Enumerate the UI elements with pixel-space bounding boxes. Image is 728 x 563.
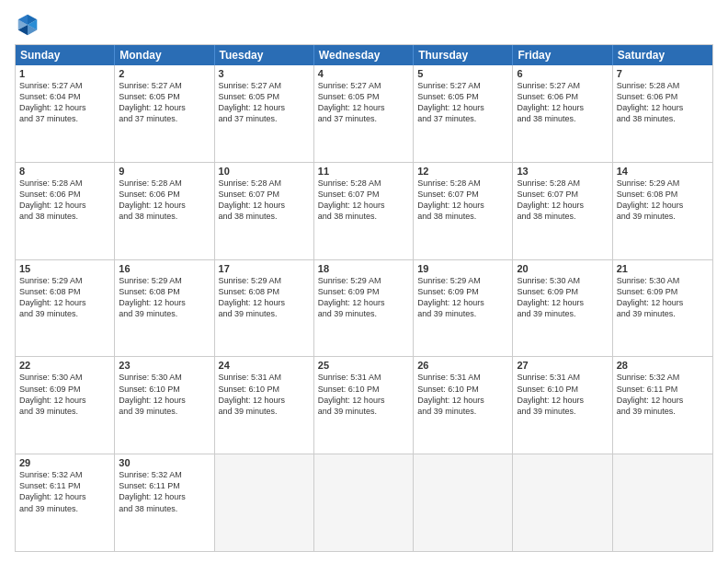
- day-number: 19: [417, 263, 508, 274]
- day-info: Sunrise: 5:28 AMSunset: 6:07 PMDaylight:…: [517, 178, 608, 223]
- day-number: 15: [19, 263, 110, 274]
- calendar-cell-day-30: 30Sunrise: 5:32 AMSunset: 6:11 PMDayligh…: [115, 454, 214, 551]
- day-info: Sunrise: 5:32 AMSunset: 6:11 PMDaylight:…: [19, 469, 110, 514]
- calendar-body: 1Sunrise: 5:27 AMSunset: 6:04 PMDaylight…: [16, 65, 712, 551]
- day-info: Sunrise: 5:31 AMSunset: 6:10 PMDaylight:…: [517, 372, 608, 417]
- day-number: 28: [617, 360, 709, 371]
- day-number: 25: [318, 360, 409, 371]
- calendar-cell-day-5: 5Sunrise: 5:27 AMSunset: 6:05 PMDaylight…: [414, 65, 513, 162]
- calendar-cell-day-20: 20Sunrise: 5:30 AMSunset: 6:09 PMDayligh…: [513, 260, 612, 357]
- day-number: 26: [417, 360, 508, 371]
- calendar-cell-day-2: 2Sunrise: 5:27 AMSunset: 6:05 PMDaylight…: [115, 65, 214, 162]
- calendar-cell-day-17: 17Sunrise: 5:29 AMSunset: 6:08 PMDayligh…: [215, 260, 314, 357]
- day-number: 13: [517, 166, 608, 177]
- weekday-header-wednesday: Wednesday: [314, 45, 414, 65]
- day-number: 27: [517, 360, 608, 371]
- weekday-header-saturday: Saturday: [613, 45, 712, 65]
- day-info: Sunrise: 5:28 AMSunset: 6:07 PMDaylight:…: [417, 178, 508, 223]
- calendar-cell-day-23: 23Sunrise: 5:30 AMSunset: 6:10 PMDayligh…: [115, 357, 214, 454]
- calendar-header: SundayMondayTuesdayWednesdayThursdayFrid…: [16, 45, 712, 65]
- calendar-row-5: 29Sunrise: 5:32 AMSunset: 6:11 PMDayligh…: [16, 454, 712, 551]
- day-info: Sunrise: 5:30 AMSunset: 6:10 PMDaylight:…: [119, 372, 210, 417]
- calendar-cell-day-16: 16Sunrise: 5:29 AMSunset: 6:08 PMDayligh…: [115, 260, 214, 357]
- day-number: 23: [119, 360, 210, 371]
- day-number: 9: [119, 166, 210, 177]
- day-info: Sunrise: 5:27 AMSunset: 6:05 PMDaylight:…: [318, 80, 409, 125]
- day-info: Sunrise: 5:28 AMSunset: 6:06 PMDaylight:…: [19, 178, 110, 223]
- calendar-cell-day-14: 14Sunrise: 5:29 AMSunset: 6:08 PMDayligh…: [613, 163, 712, 259]
- weekday-header-tuesday: Tuesday: [215, 45, 314, 65]
- day-number: 18: [318, 263, 409, 274]
- calendar-cell-day-18: 18Sunrise: 5:29 AMSunset: 6:09 PMDayligh…: [314, 260, 414, 357]
- day-number: 22: [19, 360, 110, 371]
- calendar-cell-day-27: 27Sunrise: 5:31 AMSunset: 6:10 PMDayligh…: [513, 357, 612, 454]
- day-number: 7: [617, 68, 709, 79]
- calendar-page: SundayMondayTuesdayWednesdayThursdayFrid…: [0, 0, 728, 563]
- day-number: 5: [417, 68, 508, 79]
- day-number: 20: [517, 263, 608, 274]
- calendar-cell-empty: [414, 454, 513, 551]
- day-number: 30: [119, 457, 210, 468]
- day-info: Sunrise: 5:27 AMSunset: 6:05 PMDaylight:…: [417, 80, 508, 125]
- logo-icon: [15, 11, 40, 37]
- day-number: 3: [219, 68, 310, 79]
- calendar-cell-empty: [314, 454, 414, 551]
- day-info: Sunrise: 5:27 AMSunset: 6:04 PMDaylight:…: [19, 80, 110, 125]
- day-info: Sunrise: 5:32 AMSunset: 6:11 PMDaylight:…: [119, 469, 210, 514]
- day-info: Sunrise: 5:29 AMSunset: 6:08 PMDaylight:…: [119, 275, 210, 320]
- calendar-cell-day-21: 21Sunrise: 5:30 AMSunset: 6:09 PMDayligh…: [613, 260, 712, 357]
- day-info: Sunrise: 5:30 AMSunset: 6:09 PMDaylight:…: [617, 275, 709, 320]
- day-number: 14: [617, 166, 709, 177]
- day-number: 6: [517, 68, 608, 79]
- day-number: 24: [219, 360, 310, 371]
- calendar-row-3: 15Sunrise: 5:29 AMSunset: 6:08 PMDayligh…: [16, 259, 712, 357]
- calendar-cell-day-19: 19Sunrise: 5:29 AMSunset: 6:09 PMDayligh…: [414, 260, 513, 357]
- calendar-cell-day-25: 25Sunrise: 5:31 AMSunset: 6:10 PMDayligh…: [314, 357, 414, 454]
- weekday-header-monday: Monday: [115, 45, 214, 65]
- calendar-cell-day-1: 1Sunrise: 5:27 AMSunset: 6:04 PMDaylight…: [16, 65, 115, 162]
- calendar-cell-day-7: 7Sunrise: 5:28 AMSunset: 6:06 PMDaylight…: [613, 65, 712, 162]
- day-info: Sunrise: 5:27 AMSunset: 6:05 PMDaylight:…: [219, 80, 310, 125]
- day-info: Sunrise: 5:31 AMSunset: 6:10 PMDaylight:…: [417, 372, 508, 417]
- calendar-row-2: 8Sunrise: 5:28 AMSunset: 6:06 PMDaylight…: [16, 162, 712, 259]
- day-number: 4: [318, 68, 409, 79]
- day-info: Sunrise: 5:27 AMSunset: 6:06 PMDaylight:…: [517, 80, 608, 125]
- calendar-cell-day-3: 3Sunrise: 5:27 AMSunset: 6:05 PMDaylight…: [215, 65, 314, 162]
- day-number: 16: [119, 263, 210, 274]
- day-number: 21: [617, 263, 709, 274]
- day-info: Sunrise: 5:29 AMSunset: 6:08 PMDaylight:…: [617, 178, 709, 223]
- day-info: Sunrise: 5:28 AMSunset: 6:06 PMDaylight:…: [617, 80, 709, 125]
- day-number: 10: [219, 166, 310, 177]
- calendar-cell-day-15: 15Sunrise: 5:29 AMSunset: 6:08 PMDayligh…: [16, 260, 115, 357]
- calendar-row-4: 22Sunrise: 5:30 AMSunset: 6:09 PMDayligh…: [16, 356, 712, 454]
- calendar: SundayMondayTuesdayWednesdayThursdayFrid…: [15, 44, 713, 552]
- weekday-header-thursday: Thursday: [414, 45, 513, 65]
- day-info: Sunrise: 5:29 AMSunset: 6:08 PMDaylight:…: [219, 275, 310, 320]
- header: [15, 11, 713, 37]
- day-info: Sunrise: 5:31 AMSunset: 6:10 PMDaylight:…: [219, 372, 310, 417]
- day-number: 1: [19, 68, 110, 79]
- calendar-cell-day-8: 8Sunrise: 5:28 AMSunset: 6:06 PMDaylight…: [16, 163, 115, 259]
- calendar-cell-day-10: 10Sunrise: 5:28 AMSunset: 6:07 PMDayligh…: [215, 163, 314, 259]
- logo: [15, 11, 44, 37]
- calendar-cell-empty: [513, 454, 612, 551]
- day-info: Sunrise: 5:28 AMSunset: 6:07 PMDaylight:…: [219, 178, 310, 223]
- calendar-cell-day-22: 22Sunrise: 5:30 AMSunset: 6:09 PMDayligh…: [16, 357, 115, 454]
- day-info: Sunrise: 5:31 AMSunset: 6:10 PMDaylight:…: [318, 372, 409, 417]
- calendar-cell-empty: [215, 454, 314, 551]
- calendar-cell-day-28: 28Sunrise: 5:32 AMSunset: 6:11 PMDayligh…: [613, 357, 712, 454]
- calendar-cell-day-12: 12Sunrise: 5:28 AMSunset: 6:07 PMDayligh…: [414, 163, 513, 259]
- day-info: Sunrise: 5:29 AMSunset: 6:08 PMDaylight:…: [19, 275, 110, 320]
- day-number: 8: [19, 166, 110, 177]
- day-number: 2: [119, 68, 210, 79]
- day-number: 11: [318, 166, 409, 177]
- calendar-cell-day-11: 11Sunrise: 5:28 AMSunset: 6:07 PMDayligh…: [314, 163, 414, 259]
- day-number: 12: [417, 166, 508, 177]
- calendar-cell-empty: [613, 454, 712, 551]
- calendar-cell-day-13: 13Sunrise: 5:28 AMSunset: 6:07 PMDayligh…: [513, 163, 612, 259]
- calendar-cell-day-9: 9Sunrise: 5:28 AMSunset: 6:06 PMDaylight…: [115, 163, 214, 259]
- calendar-cell-day-24: 24Sunrise: 5:31 AMSunset: 6:10 PMDayligh…: [215, 357, 314, 454]
- day-number: 29: [19, 457, 110, 468]
- calendar-row-1: 1Sunrise: 5:27 AMSunset: 6:04 PMDaylight…: [16, 65, 712, 162]
- weekday-header-friday: Friday: [513, 45, 612, 65]
